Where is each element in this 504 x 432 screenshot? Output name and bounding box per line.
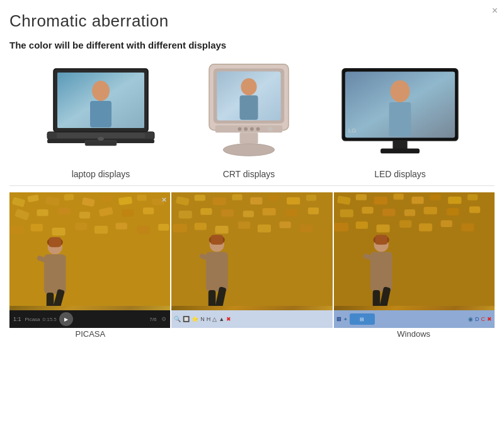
- svg-point-21: [268, 127, 273, 132]
- led-icon: LG: [337, 66, 463, 160]
- svg-rect-30: [392, 141, 407, 150]
- svg-rect-74: [268, 195, 279, 201]
- page-container: × Chromatic aberration The color will be…: [0, 0, 504, 432]
- svg-rect-54: [94, 226, 108, 234]
- svg-point-20: [256, 127, 260, 131]
- svg-rect-84: [173, 224, 187, 232]
- svg-rect-48: [122, 209, 134, 217]
- svg-rect-93: [209, 290, 216, 306]
- svg-point-14: [241, 78, 256, 95]
- close-button[interactable]: ×: [492, 5, 498, 16]
- svg-rect-89: [280, 221, 291, 228]
- svg-rect-117: [334, 223, 348, 231]
- middle-bar-icon7: ▲: [219, 316, 224, 322]
- svg-rect-22: [239, 132, 258, 143]
- svg-rect-106: [411, 197, 423, 204]
- windows-bg: [334, 192, 495, 306]
- svg-rect-73: [251, 197, 263, 205]
- svg-rect-122: [440, 220, 452, 227]
- middle-bar-icon4: N: [200, 316, 205, 322]
- middle-bar-icon1: 🔍: [174, 316, 181, 322]
- middle-bar-icon6: △: [212, 316, 217, 322]
- svg-rect-28: [389, 102, 411, 136]
- led-label: LED displays: [374, 169, 426, 179]
- svg-text:LG: LG: [348, 127, 357, 134]
- windows-icon1: ✦: [343, 317, 348, 322]
- middle-bar-icon2: 🔲: [183, 316, 190, 322]
- svg-rect-53: [75, 223, 87, 230]
- svg-rect-57: [158, 224, 169, 231]
- divider: [9, 185, 495, 186]
- svg-rect-72: [232, 194, 243, 201]
- svg-rect-90: [301, 225, 313, 233]
- svg-rect-41: [137, 195, 146, 201]
- svg-rect-46: [79, 212, 90, 219]
- svg-point-27: [391, 80, 410, 102]
- svg-rect-75: [287, 197, 300, 205]
- svg-rect-88: [258, 225, 271, 233]
- svg-rect-86: [215, 226, 229, 234]
- page-title: Chromatic aberration: [9, 11, 495, 31]
- svg-point-9: [98, 137, 104, 141]
- svg-rect-107: [430, 194, 440, 201]
- svg-rect-118: [355, 221, 367, 229]
- screenshot-labels: PICASA Windows: [9, 328, 495, 339]
- middle-label-item: [171, 328, 333, 339]
- svg-rect-78: [201, 208, 212, 215]
- svg-point-3: [92, 81, 110, 101]
- svg-rect-120: [399, 220, 411, 228]
- display-item-laptop: laptop displays: [41, 66, 161, 179]
- windows-toolbar: ⊞ ✦ ⊟ ◉ D C ✖: [334, 310, 495, 328]
- picasa-ratio: 1:1: [13, 316, 21, 322]
- svg-rect-82: [285, 209, 297, 217]
- windows-close2-icon: ✖: [487, 316, 492, 322]
- laptop-label: laptop displays: [72, 169, 130, 179]
- svg-rect-85: [195, 223, 207, 230]
- picasa-label-item: PICASA: [9, 328, 171, 339]
- svg-rect-77: [179, 211, 192, 219]
- windows-taskbar-item: ⊟: [350, 313, 375, 325]
- svg-rect-119: [376, 225, 389, 233]
- picasa-time: 7/6: [149, 317, 156, 322]
- svg-rect-81: [263, 208, 276, 216]
- svg-rect-4: [90, 101, 112, 127]
- picasa-settings-icon: ⚙: [161, 316, 166, 322]
- crt-icon: [198, 59, 299, 160]
- svg-rect-123: [461, 223, 474, 231]
- svg-rect-114: [423, 207, 437, 214]
- screenshot-windows: ⊞ ✦ ⊟ ◉ D C ✖: [334, 192, 495, 328]
- svg-rect-37: [64, 194, 74, 201]
- svg-rect-131: [375, 235, 387, 244]
- svg-rect-70: [195, 195, 205, 201]
- svg-rect-104: [374, 197, 387, 205]
- svg-rect-79: [221, 209, 234, 217]
- svg-rect-121: [419, 223, 432, 231]
- svg-rect-112: [382, 209, 395, 216]
- display-item-led: LG LED displays: [337, 66, 463, 179]
- picasa-app-name: Picasa: [25, 317, 40, 322]
- middle-bar-icon8: ✖: [226, 316, 231, 322]
- svg-rect-49: [143, 207, 154, 214]
- svg-rect-60: [47, 293, 54, 306]
- svg-rect-105: [393, 194, 403, 200]
- middle-bar-icon5: H: [207, 316, 211, 322]
- picasa-play-button[interactable]: ▶: [59, 312, 73, 326]
- windows-label: Windows: [397, 329, 430, 339]
- screenshots-row: × 1:1 Picasa 0:15.5 ▶ 7/6 ⚙: [9, 192, 495, 328]
- middle-bg: [171, 192, 332, 306]
- windows-x-icon: C: [481, 316, 485, 322]
- svg-rect-39: [101, 196, 112, 202]
- svg-rect-8: [85, 141, 117, 146]
- screenshot-close-icon[interactable]: ×: [162, 195, 167, 204]
- svg-rect-103: [355, 194, 366, 201]
- svg-rect-113: [404, 209, 415, 216]
- middle-bar-icon3: ⭐: [192, 316, 198, 322]
- svg-rect-44: [37, 209, 48, 216]
- screenshot-middle: 🔍 🔲 ⭐ N H △ ▲ ✖: [171, 192, 333, 328]
- subtitle: The color will be different with differe…: [9, 40, 495, 50]
- svg-rect-52: [52, 228, 65, 236]
- svg-rect-110: [340, 209, 353, 218]
- crt-label: CRT displays: [223, 169, 275, 179]
- windows-close-icon: D: [475, 316, 479, 322]
- title-section: Chromatic aberration: [9, 6, 495, 33]
